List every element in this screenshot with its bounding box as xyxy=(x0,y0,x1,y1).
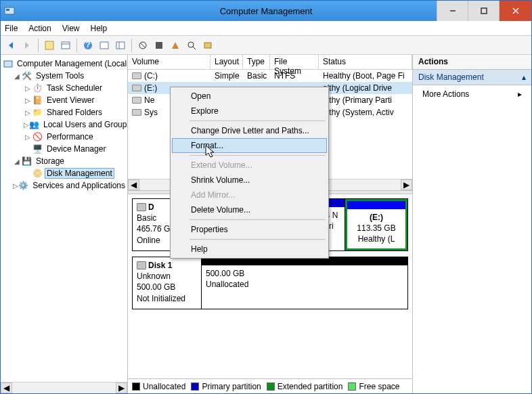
close-button[interactable] xyxy=(499,1,531,21)
menu-help[interactable]: Help xyxy=(91,24,108,33)
ctx-help[interactable]: Help xyxy=(172,242,327,257)
col-type[interactable]: Type xyxy=(243,55,270,69)
ctx-delete[interactable]: Delete Volume... xyxy=(172,202,327,217)
action-1-button[interactable] xyxy=(135,38,150,53)
tree-disk-management[interactable]: 📀Disk Management xyxy=(1,167,127,179)
action-4-button[interactable] xyxy=(184,38,199,53)
disk-1-info[interactable]: Disk 1 Unknown 500.00 GB Not Initialized xyxy=(133,257,202,309)
ctx-change-letter[interactable]: Change Drive Letter and Paths... xyxy=(172,123,327,138)
disk-icon xyxy=(137,203,146,211)
ctx-shrink[interactable]: Shrink Volume... xyxy=(172,173,327,188)
list-button[interactable] xyxy=(113,38,128,53)
actions-pane: Actions Disk Management▴ More Actions▸ xyxy=(413,55,531,393)
help-button[interactable]: ? xyxy=(81,38,95,53)
collapse-icon: ▴ xyxy=(522,72,526,82)
tree-storage[interactable]: ◢💾Storage xyxy=(1,155,127,167)
tree-services-apps[interactable]: ▷⚙️Services and Applications xyxy=(1,179,127,192)
ctx-properties[interactable]: Properties xyxy=(172,222,327,237)
menu-action[interactable]: Action xyxy=(28,24,51,33)
col-status[interactable]: Status xyxy=(319,55,412,69)
window-title: Computer Management xyxy=(220,6,313,16)
toolbar: ? xyxy=(1,36,531,55)
volume-icon xyxy=(132,97,141,104)
app-icon xyxy=(1,5,18,16)
tree-system-tools[interactable]: ◢🛠️System Tools xyxy=(1,70,127,82)
titlebar[interactable]: Computer Management xyxy=(1,1,531,21)
refresh-button[interactable] xyxy=(97,38,112,53)
menu-view[interactable]: View xyxy=(62,24,80,33)
actions-more[interactable]: More Actions▸ xyxy=(413,85,531,103)
ctx-add-mirror: Add Mirror... xyxy=(172,188,327,202)
ctx-explore[interactable]: Explore xyxy=(172,104,327,118)
action-5-button[interactable] xyxy=(200,38,215,53)
tree-device-manager[interactable]: 🖥️Device Manager xyxy=(1,143,127,155)
svg-rect-3 xyxy=(481,8,487,14)
svg-rect-11 xyxy=(100,42,108,49)
svg-point-17 xyxy=(188,42,194,47)
svg-rect-19 xyxy=(204,43,211,48)
tree-shared-folders[interactable]: ▷📁Shared Folders xyxy=(1,106,127,118)
tree-root[interactable]: Computer Management (Local xyxy=(1,58,127,70)
partition-selected[interactable]: (E:)113.35 GBHealthy (L xyxy=(345,199,407,250)
forward-button[interactable] xyxy=(20,38,35,53)
volume-icon xyxy=(132,85,141,91)
view-button[interactable] xyxy=(58,38,73,53)
svg-rect-1 xyxy=(6,9,9,11)
volume-row[interactable]: (C:) Simple Basic NTFS Healthy (Boot, Pa… xyxy=(128,70,412,82)
svg-rect-20 xyxy=(4,61,12,67)
col-layout[interactable]: Layout xyxy=(210,55,243,69)
volume-icon xyxy=(132,109,141,116)
svg-text:?: ? xyxy=(85,41,90,49)
ctx-open[interactable]: Open xyxy=(172,89,327,104)
svg-rect-16 xyxy=(156,42,162,49)
svg-rect-12 xyxy=(116,42,125,49)
col-fs[interactable]: File System xyxy=(270,55,319,69)
actions-section[interactable]: Disk Management▴ xyxy=(413,70,531,85)
partition[interactable]: 500.00 GBUnallocated xyxy=(202,257,407,309)
tree-event-viewer[interactable]: ▷📔Event Viewer xyxy=(1,94,127,106)
svg-line-18 xyxy=(193,47,196,49)
tree-hscroll[interactable]: ◀▶ xyxy=(1,382,127,393)
menu-file[interactable]: File xyxy=(5,24,18,33)
tree-performance[interactable]: ▷🚫Performance xyxy=(1,131,127,143)
menubar: File Action View Help xyxy=(1,21,531,36)
ctx-extend: Extend Volume... xyxy=(172,158,327,173)
svg-rect-7 xyxy=(62,42,70,49)
svg-rect-6 xyxy=(45,41,53,49)
action-2-button[interactable] xyxy=(152,38,167,53)
actions-header: Actions xyxy=(413,55,531,70)
tree-local-users[interactable]: ▷👥Local Users and Groups xyxy=(1,118,127,131)
ctx-format[interactable]: Format... xyxy=(172,138,327,153)
show-hide-tree-button[interactable] xyxy=(42,38,57,53)
minimize-button[interactable] xyxy=(437,1,468,21)
legend: Unallocated Primary partition Extended p… xyxy=(128,378,412,393)
disk-1: Disk 1 Unknown 500.00 GB Not Initialized… xyxy=(132,257,408,309)
tree-pane: Computer Management (Local ◢🛠️System Too… xyxy=(1,55,128,393)
disk-icon xyxy=(137,261,146,269)
svg-line-15 xyxy=(140,43,146,48)
tree-task-scheduler[interactable]: ▷⏱️Task Scheduler xyxy=(1,82,127,94)
action-3-button[interactable] xyxy=(168,38,183,53)
maximize-button[interactable] xyxy=(468,1,499,21)
chevron-right-icon: ▸ xyxy=(518,89,522,99)
col-volume[interactable]: Volume xyxy=(128,55,210,69)
volume-icon xyxy=(132,72,141,79)
back-button[interactable] xyxy=(3,38,18,53)
context-menu: Open Explore Change Drive Letter and Pat… xyxy=(170,87,329,259)
